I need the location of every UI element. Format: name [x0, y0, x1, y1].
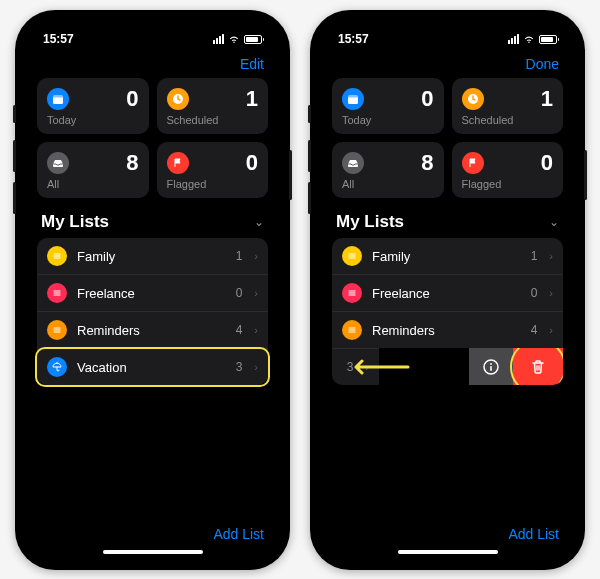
svg-rect-4 — [348, 95, 358, 98]
phone-right: 15:57 Done 0 Today — [310, 10, 585, 570]
home-indicator[interactable] — [103, 550, 203, 554]
clock-icon — [167, 88, 189, 110]
mute-switch[interactable] — [13, 105, 16, 123]
chevron-right-icon: › — [254, 324, 258, 336]
card-today[interactable]: 0 Today — [332, 78, 444, 134]
list-label: Family — [77, 249, 226, 264]
list-icon — [47, 246, 67, 266]
list-count: 4 — [531, 323, 538, 337]
list-count: 0 — [236, 286, 243, 300]
home-indicator[interactable] — [398, 550, 498, 554]
battery-icon — [539, 35, 557, 44]
add-list-button[interactable]: Add List — [213, 526, 264, 542]
list-count: 3 — [236, 360, 243, 374]
status-time: 15:57 — [43, 32, 74, 46]
signal-icon — [213, 34, 224, 44]
card-all[interactable]: 8 All — [37, 142, 149, 198]
clock-icon — [462, 88, 484, 110]
list-icon — [342, 246, 362, 266]
card-label: Scheduled — [462, 114, 554, 126]
card-count: 8 — [126, 150, 138, 176]
list-row-reminders[interactable]: Reminders 4 › — [37, 311, 268, 348]
volume-up[interactable] — [13, 140, 16, 172]
card-count: 0 — [126, 86, 138, 112]
volume-down[interactable] — [13, 182, 16, 214]
list-count: 0 — [531, 286, 538, 300]
list-count: 4 — [236, 323, 243, 337]
card-label: Today — [342, 114, 434, 126]
list-row-vacation-swiped[interactable]: Vacation 3 › — [332, 348, 563, 385]
card-count: 1 — [541, 86, 553, 112]
list-label: Vacation — [332, 360, 337, 375]
battery-icon — [244, 35, 262, 44]
volume-up[interactable] — [308, 140, 311, 172]
chevron-right-icon: › — [549, 287, 553, 299]
card-count: 0 — [246, 150, 258, 176]
chevron-right-icon: › — [549, 250, 553, 262]
card-scheduled[interactable]: 1 Scheduled — [452, 78, 564, 134]
section-header[interactable]: My Lists ⌄ — [25, 208, 280, 238]
wifi-icon — [523, 35, 535, 44]
list-row-family[interactable]: Family 1 › — [332, 238, 563, 274]
list-icon — [47, 320, 67, 340]
chevron-down-icon: ⌄ — [254, 215, 264, 229]
list-count: 1 — [531, 249, 538, 263]
section-title: My Lists — [336, 212, 404, 232]
flag-icon — [462, 152, 484, 174]
section-title: My Lists — [41, 212, 109, 232]
trash-icon — [529, 358, 547, 376]
svg-point-7 — [490, 363, 492, 365]
card-today[interactable]: 0 Today — [37, 78, 149, 134]
chevron-right-icon: › — [254, 287, 258, 299]
info-button[interactable] — [469, 348, 513, 385]
card-label: Flagged — [167, 178, 259, 190]
list-row-family[interactable]: Family 1 › — [37, 238, 268, 274]
done-button[interactable]: Done — [526, 56, 559, 72]
power-button[interactable] — [584, 150, 587, 200]
add-list-button[interactable]: Add List — [508, 526, 559, 542]
flag-icon — [167, 152, 189, 174]
list-count: 1 — [236, 249, 243, 263]
phone-left: 15:57 Edit 0 Today — [15, 10, 290, 570]
list-icon — [342, 283, 362, 303]
card-flagged[interactable]: 0 Flagged — [157, 142, 269, 198]
card-all[interactable]: 8 All — [332, 142, 444, 198]
card-label: Today — [47, 114, 139, 126]
list-label: Vacation — [77, 360, 226, 375]
status-time: 15:57 — [338, 32, 369, 46]
wifi-icon — [228, 35, 240, 44]
card-count: 0 — [541, 150, 553, 176]
list-row-vacation[interactable]: Vacation 3 › — [37, 348, 268, 385]
card-label: Scheduled — [167, 114, 259, 126]
list-row-freelance[interactable]: Freelance 0 › — [37, 274, 268, 311]
umbrella-icon — [47, 357, 67, 377]
card-count: 8 — [421, 150, 433, 176]
card-count: 0 — [421, 86, 433, 112]
list-label: Freelance — [372, 286, 521, 301]
list-icon — [47, 283, 67, 303]
volume-down[interactable] — [308, 182, 311, 214]
notch — [93, 20, 213, 42]
list-row-freelance[interactable]: Freelance 0 › — [332, 274, 563, 311]
info-icon — [482, 358, 500, 376]
calendar-icon — [47, 88, 69, 110]
list-row-reminders[interactable]: Reminders 4 › — [332, 311, 563, 348]
chevron-right-icon: › — [365, 361, 369, 373]
card-label: All — [342, 178, 434, 190]
delete-button[interactable] — [513, 348, 563, 385]
chevron-right-icon: › — [549, 324, 553, 336]
section-header[interactable]: My Lists ⌄ — [320, 208, 575, 238]
card-flagged[interactable]: 0 Flagged — [452, 142, 564, 198]
card-label: All — [47, 178, 139, 190]
chevron-right-icon: › — [254, 361, 258, 373]
calendar-icon — [342, 88, 364, 110]
notch — [388, 20, 508, 42]
edit-button[interactable]: Edit — [240, 56, 264, 72]
list-label: Reminders — [372, 323, 521, 338]
power-button[interactable] — [289, 150, 292, 200]
chevron-right-icon: › — [254, 250, 258, 262]
inbox-icon — [342, 152, 364, 174]
card-count: 1 — [246, 86, 258, 112]
card-scheduled[interactable]: 1 Scheduled — [157, 78, 269, 134]
mute-switch[interactable] — [308, 105, 311, 123]
